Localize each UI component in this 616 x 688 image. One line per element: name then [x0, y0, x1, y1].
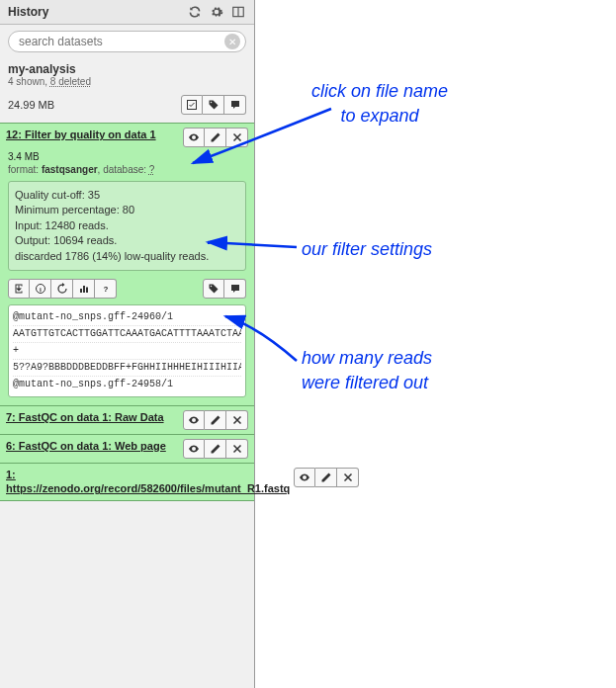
- rerun-icon[interactable]: [51, 279, 73, 299]
- dataset-title[interactable]: 7: FastQC on data 1: Raw Data: [6, 410, 168, 424]
- info-box: Quality cut-off: 35 Minimum percentage: …: [8, 181, 246, 271]
- annotation-discarded: how many readswere filtered out: [302, 346, 432, 395]
- annotation-filter: our filter settings: [302, 237, 432, 262]
- header-icons: [187, 4, 246, 20]
- view-icon[interactable]: [294, 468, 315, 487]
- columns-icon[interactable]: [230, 4, 246, 20]
- info-line: Input: 12480 reads.: [15, 218, 239, 233]
- dataset-title[interactable]: 6: FastQC on data 1: Web page: [6, 439, 170, 453]
- deleted-count[interactable]: 8 deleted: [50, 76, 91, 87]
- history-title: History: [8, 5, 48, 19]
- delete-icon[interactable]: [226, 128, 248, 147]
- refresh-icon[interactable]: [187, 4, 203, 20]
- delete-icon[interactable]: [226, 439, 248, 459]
- svg-point-3: [210, 102, 212, 104]
- dataset-title[interactable]: 12: Filter by quality on data 1: [6, 128, 160, 141]
- history-meta: my-analysis 4 shown, 8 deleted 24.99 MB: [0, 58, 254, 124]
- peek-line: 5??A9?BBBDDDBEDDBFF+FGHHIIHHHEIHIIIHIIAA: [13, 360, 241, 377]
- edit-icon[interactable]: [205, 410, 226, 430]
- search-input[interactable]: [8, 31, 246, 52]
- chart-icon[interactable]: [73, 279, 95, 299]
- peek-line: @mutant-no_snps.gff-24960/1: [13, 309, 241, 326]
- edit-icon[interactable]: [205, 439, 226, 459]
- history-size: 24.99 MB: [8, 99, 54, 111]
- dataset-1: 1: https://zenodo.org/record/582600/file…: [0, 463, 254, 501]
- download-icon[interactable]: [8, 279, 30, 299]
- info-icon[interactable]: i: [30, 279, 51, 299]
- peek-box: @mutant-no_snps.gff-24960/1 AATGTTGTCACT…: [8, 304, 246, 397]
- peek-line: AATGTTGTCACTTGGATTCAAATGACATTTTAAATCTAA: [13, 326, 241, 343]
- dataset-title[interactable]: 1: https://zenodo.org/record/582600/file…: [6, 468, 294, 496]
- gear-icon[interactable]: [209, 4, 224, 20]
- analysis-name[interactable]: my-analysis: [8, 62, 246, 76]
- select-all-button[interactable]: [181, 95, 203, 115]
- dataset-size: 3.4 MB: [8, 151, 246, 162]
- shown-count: 4 shown,: [8, 76, 50, 87]
- comment-icon[interactable]: [224, 279, 246, 299]
- tags-button[interactable]: [203, 95, 224, 115]
- delete-icon[interactable]: [337, 468, 359, 487]
- edit-icon[interactable]: [315, 468, 337, 487]
- svg-text:i: i: [40, 285, 42, 292]
- info-line: Output: 10694 reads.: [15, 233, 239, 248]
- peek-line: +: [13, 343, 241, 360]
- database-link[interactable]: ?: [149, 164, 155, 175]
- dataset-12: 12: Filter by quality on data 1 3.4 MB f…: [0, 123, 254, 406]
- info-line: Quality cut-off: 35: [15, 188, 239, 203]
- edit-icon[interactable]: [205, 128, 226, 147]
- dataset-counts: 4 shown, 8 deleted: [8, 76, 246, 87]
- dataset-6: 6: FastQC on data 1: Web page: [0, 434, 254, 464]
- tags-icon[interactable]: [203, 279, 224, 299]
- dataset-format: format: fastqsanger, database: ?: [8, 164, 246, 175]
- info-line: discarded 1786 (14%) low-quality reads.: [15, 249, 239, 264]
- clear-search-icon[interactable]: ✕: [224, 34, 240, 49]
- history-actions: [181, 95, 246, 115]
- svg-text:?: ?: [103, 285, 108, 294]
- svg-point-10: [211, 286, 213, 288]
- view-icon[interactable]: [183, 410, 205, 430]
- help-icon[interactable]: ?: [95, 279, 117, 299]
- view-icon[interactable]: [183, 128, 205, 147]
- search-wrap: ✕: [0, 25, 254, 58]
- svg-rect-6: [80, 289, 82, 293]
- peek-line: @mutant-no_snps.gff-24958/1: [13, 377, 241, 392]
- dataset-7: 7: FastQC on data 1: Raw Data: [0, 405, 254, 435]
- svg-rect-7: [83, 286, 85, 293]
- history-header: History: [0, 0, 254, 25]
- annotation-button[interactable]: [224, 95, 246, 115]
- svg-rect-8: [86, 287, 88, 293]
- delete-icon[interactable]: [226, 410, 248, 430]
- info-line: Minimum percentage: 80: [15, 203, 239, 217]
- history-panel: History ✕ my-analysis 4 shown, 8 deleted…: [0, 0, 255, 688]
- annotation-expand: click on file nameto expand: [311, 79, 448, 129]
- view-icon[interactable]: [183, 439, 205, 459]
